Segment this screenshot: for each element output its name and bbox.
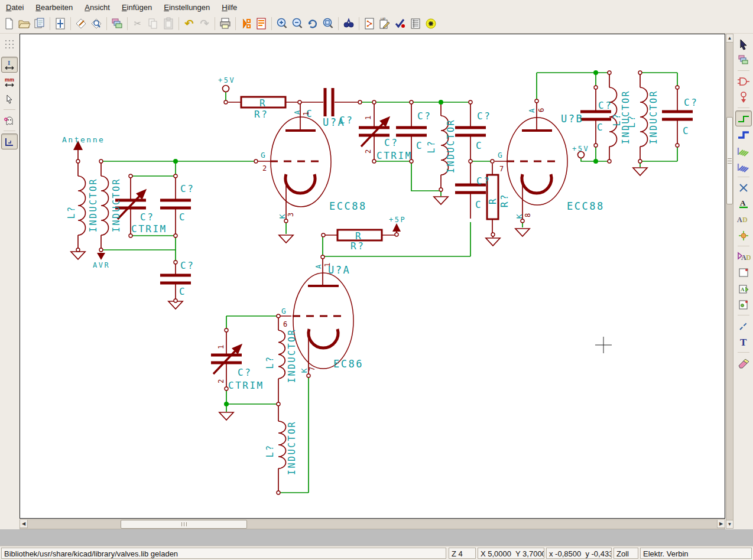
status-message: Bibliothek/usr/share/kicad/library/valve… — [1, 548, 446, 559]
graphic-line-icon — [738, 320, 749, 332]
scroll-up-button[interactable]: ▲ — [726, 34, 733, 43]
redo-button[interactable]: ↷ — [197, 16, 212, 31]
pin-circle — [225, 328, 228, 332]
paste-button[interactable] — [161, 16, 176, 31]
menu-einfuegen[interactable]: Einfügen — [116, 1, 158, 14]
thumb-grip — [728, 163, 732, 164]
schematic-label: C? — [339, 115, 353, 126]
schematic-label: C? — [684, 97, 698, 108]
save-project-icon — [33, 17, 46, 30]
save-project-button[interactable] — [32, 16, 47, 31]
add-wire-button[interactable] — [735, 110, 752, 126]
junction-dot — [439, 100, 443, 105]
zoom-in-button[interactable] — [274, 16, 290, 31]
add-bus-button[interactable] — [735, 126, 752, 142]
schematic-label: ECC88 — [567, 200, 605, 212]
add-text-button[interactable]: T — [735, 334, 752, 350]
new-sheet-icon — [2, 17, 15, 30]
annotate-button[interactable]: UP — [377, 16, 392, 31]
schematic-label: K — [300, 367, 309, 373]
hidden-pins-button[interactable] — [1, 112, 18, 128]
add-sheet-pin-button[interactable] — [735, 297, 752, 312]
copy-button[interactable] — [145, 16, 161, 31]
redraw-button[interactable] — [305, 16, 320, 31]
units-inch-icon: I — [4, 59, 15, 71]
pin-circle — [277, 402, 280, 406]
schematic-label: C? — [180, 260, 194, 271]
add-global-label-button[interactable]: AD — [735, 211, 752, 227]
open-folder-icon — [18, 17, 31, 30]
pin-circle — [174, 261, 177, 264]
add-hier-label-button[interactable]: AD — [735, 249, 752, 265]
menu-label: infügen — [127, 3, 152, 12]
hierarchy-nav-button[interactable] — [735, 52, 752, 68]
new-sheet-button[interactable] — [1, 16, 17, 31]
zoom-out-button[interactable] — [290, 16, 305, 31]
menu-hilfe[interactable]: Hilfe — [216, 1, 243, 14]
add-no-connect-button[interactable] — [735, 180, 752, 196]
pin-circle — [224, 100, 228, 104]
grid-toggle-button[interactable] — [1, 36, 18, 52]
library-browser-button[interactable] — [89, 16, 104, 31]
netlist-button[interactable] — [362, 16, 377, 31]
schematic-label: EC86 — [333, 358, 363, 370]
cancel-pointer-button[interactable] — [735, 36, 752, 52]
add-wire-entry-button[interactable] — [735, 142, 752, 158]
delete-item-button[interactable] — [735, 355, 752, 371]
zoom-in-icon — [275, 17, 288, 30]
scroll-left-button[interactable]: ◀ — [20, 519, 28, 528]
vertical-scroll-thumb[interactable] — [726, 117, 733, 204]
pin-circle — [594, 86, 598, 89]
import-sheet-pin-button[interactable]: A — [735, 281, 752, 297]
schematic-label: C? — [598, 100, 612, 111]
scroll-down-button[interactable]: ▼ — [726, 520, 733, 529]
pin-circle — [608, 71, 611, 74]
hierarchy-navigator-button[interactable] — [109, 16, 125, 31]
menu-bearbeiten[interactable]: Bearbeiten — [30, 1, 79, 14]
schematic-label: C — [416, 140, 423, 151]
cursor-shape-button[interactable] — [1, 91, 18, 107]
add-component-button[interactable] — [735, 73, 752, 89]
add-junction-button[interactable] — [735, 227, 752, 243]
backannotate-button[interactable] — [423, 16, 439, 31]
toolbar-separator — [738, 352, 749, 353]
ortho-mode-button[interactable] — [1, 134, 18, 149]
sheet-pin-icon — [738, 299, 749, 311]
run-cvpcb-button[interactable] — [238, 16, 254, 31]
erc-check-button[interactable] — [392, 16, 408, 31]
open-button[interactable] — [17, 16, 32, 31]
menu-ansicht[interactable]: Ansicht — [79, 1, 116, 14]
add-graphic-line-button[interactable] — [735, 318, 752, 334]
scroll-right-button[interactable]: ▶ — [717, 519, 725, 528]
menu-einstellungen[interactable]: Einstellungen — [158, 1, 216, 14]
units-mm-button[interactable]: mm — [1, 74, 18, 90]
add-net-label-button[interactable]: A — [735, 196, 752, 211]
find-button[interactable] — [341, 16, 356, 31]
add-bus-entry-button[interactable] — [735, 158, 752, 174]
hierarchy-navigator-icon — [111, 17, 124, 30]
vertical-scrollbar[interactable]: ▲ ▼ — [726, 34, 733, 529]
schematic-label: 3 — [287, 211, 295, 217]
horizontal-scroll-thumb[interactable] — [121, 520, 247, 529]
horizontal-scrollbar[interactable]: ◀ ▶ — [20, 519, 725, 529]
cut-button[interactable]: ✂ — [130, 16, 145, 31]
schematic-label: AVR — [93, 261, 110, 269]
eeschema-window: Datei Bearbeiten Ansicht Einfügen Einste… — [0, 0, 753, 560]
library-editor-button[interactable] — [73, 16, 89, 31]
print-button[interactable] — [218, 16, 233, 31]
schematic-label: CTRIM — [228, 380, 264, 391]
zoom-fit-button[interactable] — [320, 16, 336, 31]
redraw-icon — [306, 17, 319, 30]
add-power-button[interactable] — [735, 89, 752, 105]
schematic-canvas[interactable]: AntenneAVRL?INDUCTORINDUCTORC?CTRIMC?CC?… — [20, 34, 725, 519]
schematic-label: C — [597, 122, 604, 133]
toolbar-separator — [271, 17, 272, 30]
menu-datei[interactable]: Datei — [0, 1, 30, 14]
undo-button[interactable]: ↶ — [181, 16, 197, 31]
page-settings-button[interactable] — [53, 16, 68, 31]
run-pcbnew-button[interactable] — [254, 16, 269, 31]
add-hier-sheet-button[interactable] — [735, 265, 752, 281]
bom-button[interactable] — [408, 16, 423, 31]
power-port-icon — [738, 91, 749, 104]
units-inch-button[interactable]: I — [1, 57, 18, 73]
